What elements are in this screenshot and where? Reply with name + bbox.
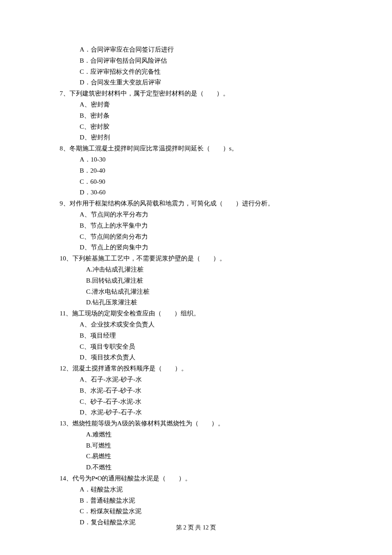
option-line: C、密封胶	[60, 121, 332, 133]
option-line: B.回转钻成孔灌注桩	[60, 275, 332, 286]
option-line: A．10-30	[60, 154, 332, 165]
option-line: D、水泥-砂子-石子-水	[60, 407, 332, 418]
option-line: B.可燃性	[60, 440, 332, 451]
option-line: B．合同评审包括合同风险评估	[60, 55, 332, 66]
option-line: C、项目专职安全员	[60, 341, 332, 353]
option-line: A．硅酸盐水泥	[60, 484, 332, 495]
option-line: C.潜水电钻成孔灌注桩	[60, 286, 332, 298]
option-line: A.冲击钻成孔灌注桩	[60, 264, 332, 275]
question-line: 13、燃烧性能等级为A级的装修材料其燃烧性为（ ）。	[60, 418, 332, 429]
option-line: A、石子-水泥-砂子-水	[60, 374, 332, 385]
option-line: D、密封剂	[60, 132, 332, 143]
option-line: B．普通硅酸盐水泥	[60, 495, 332, 506]
option-line: B、项目经理	[60, 330, 332, 341]
option-line: D.钻孔压浆灌注桩	[60, 297, 332, 308]
option-line: D、节点上的竖向集中力	[60, 242, 332, 253]
option-line: C.易燃性	[60, 451, 332, 462]
option-line: A、节点间的水平分布力	[60, 209, 332, 220]
option-line: B、节点上的水平集中力	[60, 220, 332, 231]
option-line: A．合同评审应在合同签订后进行	[60, 44, 332, 55]
question-line: 14、代号为P•O的通用硅酸盐水泥是（ ）。	[60, 473, 332, 484]
question-line: 7、下列建筑密封材料中，属于定型密封材料的是（ ）。	[60, 88, 332, 99]
option-line: D．合同发生重大变故后评审	[60, 77, 332, 88]
option-line: C．应评审招标文件的完备性	[60, 66, 332, 78]
option-line: C．粉煤灰硅酸盐水泥	[60, 506, 332, 517]
option-line: C、砂子-石子-水泥-水	[60, 396, 332, 408]
question-line: 9、对作用于框架结构体系的风荷载和地震力，可简化成（ ）进行分析。	[60, 198, 332, 209]
option-line: C．60-90	[60, 176, 332, 188]
option-line: A、密封膏	[60, 99, 332, 110]
question-line: 10、下列桩基施工工艺中，不需要泥浆护壁的是（ ）。	[60, 253, 332, 264]
option-line: A.难燃性	[60, 429, 332, 440]
option-line: C、节点间的竖向分布力	[60, 231, 332, 243]
option-line: A、企业技术或安全负责人	[60, 319, 332, 330]
option-line: B．20-40	[60, 165, 332, 176]
option-line: D、项目技术负责人	[60, 352, 332, 363]
option-line: D.不燃性	[60, 462, 332, 473]
option-line: D．30-60	[60, 187, 332, 198]
question-line: 12、混凝土搅拌通常的投料顺序是（ ）。	[60, 363, 332, 374]
document-page: A．合同评审应在合同签订后进行B．合同评审包括合同风险评估C．应评审招标文件的完…	[0, 0, 392, 555]
page-footer: 第 2 页 共 12 页	[0, 523, 392, 533]
question-line: 11、施工现场的定期安全检查应由（ ）组织。	[60, 308, 332, 319]
option-line: B、水泥-石子-砂子-水	[60, 385, 332, 396]
question-line: 8、冬期施工混凝土搅拌时间应比常温搅拌时间延长（ ）s。	[60, 143, 332, 154]
option-line: B、密封条	[60, 110, 332, 121]
content-area: A．合同评审应在合同签订后进行B．合同评审包括合同风险评估C．应评审招标文件的完…	[60, 44, 332, 528]
